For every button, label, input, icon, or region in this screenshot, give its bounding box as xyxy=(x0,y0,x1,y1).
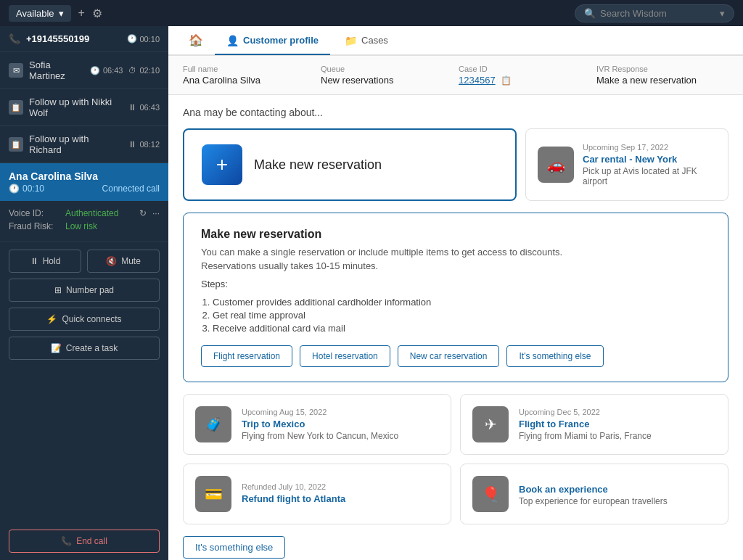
book-experience-info: Book an experience Top experience for eu… xyxy=(519,482,716,506)
customer-info-bar: Full name Ana Carolina Silva Queue New r… xyxy=(168,56,743,95)
full-name-field: Full name Ana Carolina Silva xyxy=(183,65,315,86)
number-pad-button[interactable]: ⊞ Number pad xyxy=(9,279,160,302)
queue-field: Queue New reservations xyxy=(321,65,453,86)
voice-id-value: Authenticated xyxy=(65,208,118,218)
task-icon: 📝 xyxy=(51,343,62,353)
case-id-value[interactable]: 1234567 📋 xyxy=(459,75,591,86)
bottom-cards-grid: 🧳 Upcoming Aug 15, 2022 Trip to Mexico F… xyxy=(183,394,728,524)
connected-label: Connected call xyxy=(102,184,160,194)
car-rental-title: Car rental - New York xyxy=(583,154,716,165)
may-contact-heading: Ana may be contacting about... xyxy=(183,107,728,118)
something-else-button[interactable]: It's something else xyxy=(506,345,603,367)
sidebar-item-richard[interactable]: 📋 Follow up with Richard ⏸08:12 xyxy=(0,126,168,163)
copy-icon[interactable]: 📋 xyxy=(501,75,512,86)
hold-button[interactable]: ⏸ Hold xyxy=(9,250,81,273)
add-icon[interactable]: + xyxy=(78,7,85,20)
status-dropdown[interactable]: Available ▾ xyxy=(9,5,71,22)
profile-icon: 👤 xyxy=(226,35,239,46)
car-rental-card[interactable]: 🚗 Upcoming Sep 17, 2022 Car rental - New… xyxy=(525,128,728,201)
status-label: Available xyxy=(16,8,54,19)
car-rental-date: Upcoming Sep 17, 2022 xyxy=(583,143,716,152)
ivr-value: Make a new reservation xyxy=(596,75,728,86)
refresh-icon[interactable]: ↻ xyxy=(139,208,147,218)
sidebar-item-sofia[interactable]: ✉ Sofia Martinez 🕐06:43 ⏱02:10 xyxy=(0,52,168,89)
mute-icon: 🔇 xyxy=(106,256,117,266)
refund-atlanta-info: Refunded July 10, 2022 Refund flight to … xyxy=(242,482,439,506)
trip-mexico-title: Trip to Mexico xyxy=(242,419,439,429)
task-icon-nikki: 📋 xyxy=(9,100,23,115)
fraud-risk-label: Fraud Risk: xyxy=(9,221,59,231)
sidebar-item-nikki[interactable]: 📋 Follow up with Nikki Wolf ⏸06:43 xyxy=(0,89,168,126)
cases-icon: 📁 xyxy=(345,35,357,46)
flight-france-title: Flight to France xyxy=(519,419,716,429)
create-task-button[interactable]: 📝 Create a task xyxy=(9,337,160,360)
balloon-icon: 🎈 xyxy=(472,476,509,512)
main-content: 🏠 👤 Customer profile 📁 Cases Full name A… xyxy=(168,26,743,560)
trip-mexico-info: Upcoming Aug 15, 2022 Trip to Mexico Fly… xyxy=(242,408,439,441)
new-car-reservation-button[interactable]: New car reservation xyxy=(398,345,500,367)
end-call-button[interactable]: 📞 End call xyxy=(9,530,160,553)
search-dropdown-icon[interactable]: ▾ xyxy=(720,8,725,19)
reservation-desc2: Reservations usually takes 10-15 minutes… xyxy=(201,260,710,271)
more-icon[interactable]: ··· xyxy=(152,208,160,218)
refund-atlanta-date: Refunded July 10, 2022 xyxy=(242,482,439,491)
phone-number: +19145550199 xyxy=(26,33,121,44)
tab-home[interactable]: 🏠 xyxy=(180,26,212,54)
tab-cases[interactable]: 📁 Cases xyxy=(333,28,400,55)
active-contact-section: Ana Carolina Silva 🕐 00:10 Connected cal… xyxy=(0,163,168,201)
plane-icon: ✈ xyxy=(472,406,509,442)
voice-info-section: Voice ID: Authenticated ↻ ··· Fraud Risk… xyxy=(0,201,168,242)
flight-reservation-button[interactable]: Flight reservation xyxy=(201,345,292,367)
step-3: Receive additional card via mail xyxy=(213,323,710,334)
fraud-risk-value: Low risk xyxy=(65,221,97,231)
flight-france-date: Upcoming Dec 5, 2022 xyxy=(519,408,716,416)
active-contact-status-row: 🕐 00:10 Connected call xyxy=(9,184,160,194)
settings-icon[interactable]: ⚙ xyxy=(92,7,102,20)
book-experience-title: Book an experience xyxy=(519,484,716,495)
car-icon: 🚗 xyxy=(538,147,574,183)
make-reservation-card[interactable]: + Make new reservation xyxy=(183,128,517,201)
sidebar: 📞 +19145550199 🕐00:10 ✉ Sofia Martinez 🕐… xyxy=(0,26,168,560)
trip-mexico-date: Upcoming Aug 15, 2022 xyxy=(242,408,439,416)
flight-france-info: Upcoming Dec 5, 2022 Flight to France Fl… xyxy=(519,408,716,441)
top-cards-row: + Make new reservation 🚗 Upcoming Sep 17… xyxy=(183,128,728,201)
contact-name-richard: Follow up with Richard xyxy=(29,133,122,155)
content-area: Ana may be contacting about... + Make ne… xyxy=(168,95,743,560)
task-icon-richard: 📋 xyxy=(9,137,23,152)
trip-mexico-card[interactable]: 🧳 Upcoming Aug 15, 2022 Trip to Mexico F… xyxy=(183,394,451,455)
voice-id-label: Voice ID: xyxy=(9,208,59,218)
search-icon: 🔍 xyxy=(584,8,596,19)
tab-customer-profile[interactable]: 👤 Customer profile xyxy=(215,28,330,55)
control-buttons: ⏸ Hold 🔇 Mute ⊞ Number pad ⚡ Quick conne… xyxy=(0,242,168,367)
plus-icon: + xyxy=(202,144,242,185)
mute-button[interactable]: 🔇 Mute xyxy=(87,250,160,273)
refund-icon: 💳 xyxy=(195,476,231,512)
phone-icon: 📞 xyxy=(9,33,20,44)
refund-atlanta-card[interactable]: 💳 Refunded July 10, 2022 Refund flight t… xyxy=(183,464,451,524)
contact-time-nikki: ⏸06:43 xyxy=(128,102,160,112)
bottom-else-button[interactable]: It's something else xyxy=(183,536,285,559)
queue-value: New reservations xyxy=(321,75,453,86)
search-bar: 🔍 ▾ xyxy=(575,4,734,22)
book-experience-sub: Top experience for european travellers xyxy=(519,496,716,506)
end-call-icon: 📞 xyxy=(61,536,72,546)
top-bar: Available ▾ + ⚙ 🔍 ▾ xyxy=(0,0,743,26)
reservation-buttons: Flight reservation Hotel reservation New… xyxy=(201,345,710,367)
message-icon: ✉ xyxy=(9,63,23,78)
call-duration: 🕐00:10 xyxy=(127,34,160,44)
refund-atlanta-title: Refund flight to Atlanta xyxy=(242,493,439,504)
flight-france-card[interactable]: ✈ Upcoming Dec 5, 2022 Flight to France … xyxy=(460,394,728,455)
reservation-steps: Customer provides additional cardholder … xyxy=(213,297,710,334)
voice-id-row: Voice ID: Authenticated ↻ ··· xyxy=(9,208,160,218)
case-id-field: Case ID 1234567 📋 xyxy=(459,65,591,86)
hotel-reservation-button[interactable]: Hotel reservation xyxy=(300,345,390,367)
tabs: 🏠 👤 Customer profile 📁 Cases xyxy=(168,26,743,56)
contact-time-richard: ⏸08:12 xyxy=(128,139,160,149)
active-phone-call[interactable]: 📞 +19145550199 🕐00:10 xyxy=(0,26,168,52)
hold-icon: ⏸ xyxy=(30,256,38,266)
book-experience-card[interactable]: 🎈 Book an experience Top experience for … xyxy=(460,464,728,524)
chevron-down-icon: ▾ xyxy=(59,8,64,19)
quick-connects-button[interactable]: ⚡ Quick connects xyxy=(9,308,160,331)
contact-name-nikki: Follow up with Nikki Wolf xyxy=(29,96,122,118)
search-input[interactable] xyxy=(600,8,715,19)
